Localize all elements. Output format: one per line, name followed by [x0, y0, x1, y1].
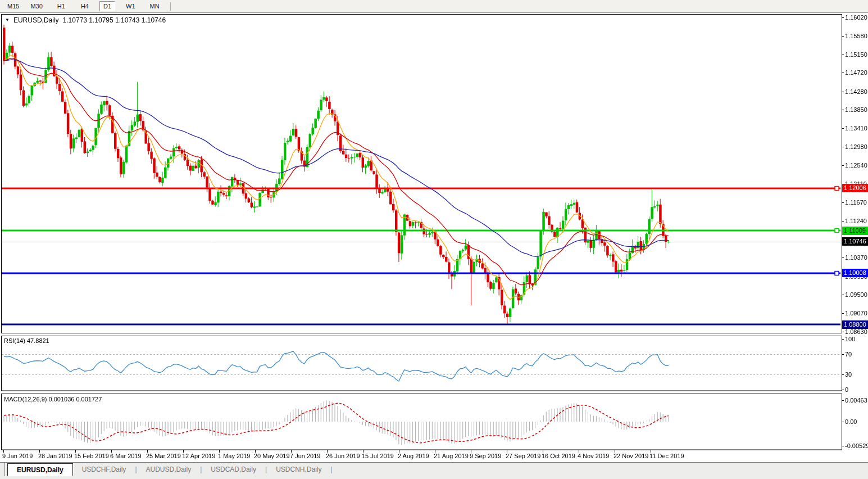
symbol-tab-bar: EURUSD,DailyUSDCHF,Daily|AUDUSD,Daily|US…: [0, 462, 868, 479]
date-axis-label: 2 Aug 2019: [398, 453, 429, 459]
price-axis-label: 1.13410: [845, 125, 867, 132]
chart-title: ▼ EURUSD,Daily 1.10773 1.10795 1.10743 1…: [5, 16, 166, 24]
price-axis-label: 1.15580: [845, 33, 867, 39]
price-axis-label: 1.08630: [845, 328, 867, 335]
macd-name: MACD(12,26,9): [4, 396, 47, 403]
date-axis-label: 25 Mar 2019: [146, 453, 181, 459]
date-axis-label: 15 Feb 2019: [74, 453, 109, 459]
date-axis-label: 20 May 2019: [254, 453, 290, 459]
rsi-name: RSI(14): [4, 337, 25, 344]
macd-indicator-label: MACD(12,26,9) 0.001036 0.001727: [4, 396, 102, 403]
tab-usdchf[interactable]: USDCHF,Daily: [73, 463, 135, 475]
rsi-axis-label: 100: [845, 336, 855, 342]
rsi-axis-label: 30: [845, 371, 852, 378]
date-axis-label: 28 Jan 2019: [38, 453, 72, 459]
price-axis-label: 1.16020: [845, 14, 867, 21]
trading-terminal-window: M15M30H1H4D1W1MN ▼ EURUSD,Daily 1.10773 …: [0, 0, 868, 479]
symbol-dropdown-icon[interactable]: ▼: [5, 17, 10, 23]
hline-price-flag: 1.11009: [842, 227, 868, 235]
rsi-indicator-label: RSI(14) 47.8821: [4, 337, 49, 344]
macd-axis-label: 0.00: [845, 418, 857, 425]
date-axis-label: 9 Sep 2019: [470, 453, 501, 459]
price-axis-label: 1.14280: [845, 88, 867, 95]
timeframe-button-m15[interactable]: M15: [3, 1, 23, 11]
date-axis-label: 21 Aug 2019: [434, 453, 469, 459]
price-axis-label: 1.09500: [845, 291, 867, 298]
hline-price-flag: 1.10008: [842, 269, 868, 277]
date-axis-label: 12 Apr 2019: [182, 453, 215, 459]
price-axis-label: 1.13850: [845, 106, 867, 113]
timeframe-toolbar: M15M30H1H4D1W1MN: [0, 0, 868, 13]
timeframe-button-d1[interactable]: D1: [99, 1, 115, 11]
rsi-axis-label: 70: [845, 351, 852, 358]
tab-usdcnh[interactable]: USDCNH,Daily: [267, 463, 330, 475]
macd-values: 0.001036 0.001727: [48, 396, 102, 403]
date-axis-label: 11 Dec 2019: [649, 453, 684, 459]
current-price-flag: 1.10746: [842, 237, 868, 246]
tabbar-notch: [4, 463, 5, 476]
date-axis-label: 26 Jun 2019: [326, 453, 360, 459]
macd-axis-label: 0.00463: [845, 397, 867, 404]
price-axis-label: 1.10370: [845, 254, 867, 261]
hline-price-flag: 1.08800: [842, 320, 868, 329]
date-axis-label: 27 Sep 2019: [506, 453, 540, 459]
rsi-pane[interactable]: [1, 336, 842, 391]
tab-eurusd[interactable]: EURUSD,Daily: [7, 463, 73, 476]
tab-audusd[interactable]: AUDUSD,Daily: [137, 463, 201, 475]
toolbar-separator: [170, 2, 171, 11]
timeframe-button-h1[interactable]: H1: [53, 1, 69, 11]
macd-axis-label: -0.005299: [845, 442, 868, 449]
main-chart-pane[interactable]: [1, 14, 842, 333]
price-axis-label: 1.11670: [845, 199, 867, 206]
price-axis-label: 1.12540: [845, 162, 867, 169]
date-axis-label: 16 Oct 2019: [542, 453, 575, 459]
date-axis-label: 15 Jul 2019: [362, 453, 394, 459]
rsi-value: 47.8821: [27, 337, 49, 344]
timeframe-button-m30[interactable]: M30: [26, 1, 46, 11]
date-axis-label: 9 Jan 2019: [2, 453, 33, 459]
macd-pane[interactable]: [1, 394, 842, 450]
date-axis-label: 22 Nov 2019: [613, 453, 648, 459]
timeframe-button-h4[interactable]: H4: [77, 1, 93, 11]
price-axis-label: 1.11240: [845, 218, 867, 224]
chart-symbol-label: EURUSD,Daily: [13, 16, 59, 24]
rsi-axis-label: 0: [845, 386, 848, 393]
hline-price-flag: 1.12006: [842, 184, 868, 192]
price-axis-label: 1.12980: [845, 143, 867, 150]
timeframe-button-w1[interactable]: W1: [122, 1, 139, 11]
price-axis-label: 1.14720: [845, 69, 867, 76]
date-axis-label: 7 Jun 2019: [290, 453, 320, 459]
tab-separator: |: [330, 466, 332, 473]
date-axis-label: 4 Nov 2019: [578, 453, 609, 459]
price-axis-label: 1.09070: [845, 310, 867, 317]
timeframe-button-mn[interactable]: MN: [146, 1, 163, 11]
chart-ohlc-quote: 1.10773 1.10795 1.10743 1.10746: [63, 16, 166, 24]
date-axis-label: 1 May 2019: [218, 453, 250, 459]
price-axis-label: 1.15150: [845, 51, 867, 58]
date-axis-label: 6 Mar 2019: [110, 453, 142, 459]
tab-usdcad[interactable]: USDCAD,Daily: [202, 463, 265, 475]
